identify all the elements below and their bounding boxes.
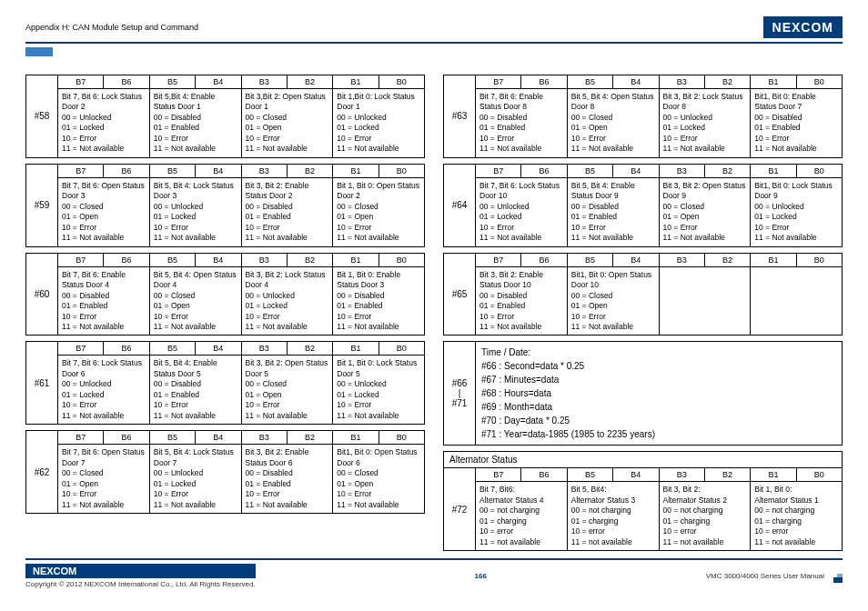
register-block: #63B7B6B5B4B3B2B1B0Bit 7, Bit 6: Enable … bbox=[443, 75, 843, 158]
bit-description-cell: Bit 3, Bit 2: Enable Status Door 1000 = … bbox=[476, 267, 568, 336]
header-title: Appendix H: CAN Module Setup and Command bbox=[25, 23, 198, 32]
bit-label: B0 bbox=[379, 165, 424, 177]
bit-label: B6 bbox=[521, 165, 567, 177]
bit-description-cell: Bit 5, Bit 4: Lock Status Door 700 = Unl… bbox=[150, 445, 242, 513]
bit-label: B3 bbox=[660, 468, 705, 481]
bit-label: B3 bbox=[242, 254, 288, 266]
bit-label: B5 bbox=[150, 254, 196, 266]
bit-header-row: B7B6B5B4B3B2B1B0 bbox=[476, 254, 842, 267]
register-block: #61B7B6B5B4B3B2B1B0Bit 7, Bit 6: Lock St… bbox=[25, 341, 425, 425]
bit-label: B1 bbox=[333, 254, 378, 266]
timedate-block: #66 | #71Time / Date:#66 : Second=data *… bbox=[443, 341, 843, 446]
bit-label: B7 bbox=[476, 165, 521, 177]
bit-header-row: B7B6B5B4B3B2B1B0 bbox=[58, 431, 424, 445]
bit-label: B0 bbox=[379, 75, 424, 88]
register-block: #60B7B6B5B4B3B2B1B0Bit 7, Bit 6: Enable … bbox=[25, 253, 425, 336]
bit-label: B2 bbox=[288, 431, 333, 444]
bit-label: B3 bbox=[242, 165, 288, 177]
bit-description-cell: Bit 5, Bit 4: Open Status Door 800 = Clo… bbox=[568, 89, 660, 157]
bit-header-row: B7B6B5B4B3B2B1B0 bbox=[476, 468, 842, 482]
bit-label: B1 bbox=[751, 165, 796, 177]
register-block: #62B7B6B5B4B3B2B1B0Bit 7, Bit 6: Open St… bbox=[25, 430, 425, 514]
bit-description-cell: Bit 5,Bit 4: Enable Status Door 100 = Di… bbox=[150, 89, 242, 157]
copyright-text: Copyright © 2012 NEXCOM International Co… bbox=[25, 580, 256, 588]
bit-label: B5 bbox=[568, 254, 613, 266]
register-id: #60 bbox=[26, 254, 58, 336]
bit-label: B2 bbox=[705, 468, 751, 481]
content-area: #58B7B6B5B4B3B2B1B0Bit 7, Bit 6: Lock St… bbox=[25, 75, 843, 551]
bit-label: B5 bbox=[568, 75, 613, 88]
bit-label: B2 bbox=[288, 254, 333, 266]
bit-description-cell: Bit 7, Bit 6: Open Status Door 300 = Clo… bbox=[58, 178, 150, 246]
bit-description-cell: Bit 7, Bit6:Alternator Status 400 = not … bbox=[476, 482, 568, 550]
bit-label: B7 bbox=[58, 342, 104, 355]
bit-label: B2 bbox=[288, 342, 333, 355]
corner-decoration bbox=[830, 570, 843, 583]
bit-description-cell: Bit 7, Bit 6: Enable Status Door 800 = D… bbox=[476, 89, 568, 157]
nexcom-logo: NEXCOM bbox=[763, 16, 843, 38]
bit-label: B0 bbox=[797, 75, 842, 88]
bit-description-cell: Bit 3, Bit 2: Lock Status Door 800 = Unl… bbox=[660, 89, 752, 157]
bit-label: B5 bbox=[150, 431, 196, 444]
register-block: #72B7B6B5B4B3B2B1B0Bit 7, Bit6:Alternato… bbox=[443, 467, 843, 551]
bit-label: B1 bbox=[333, 342, 378, 355]
page-number: 166 bbox=[475, 572, 487, 580]
bit-header-row: B7B6B5B4B3B2B1B0 bbox=[476, 165, 842, 178]
register-id: #63 bbox=[444, 75, 476, 157]
bit-description-cell: Bit 3, Bit 2:Alternator Status 200 = not… bbox=[660, 482, 752, 550]
bit-label: B6 bbox=[521, 468, 567, 481]
bit-header-row: B7B6B5B4B3B2B1B0 bbox=[58, 165, 424, 178]
timedate-body: Time / Date:#66 : Second=data * 0.25#67 … bbox=[476, 342, 842, 445]
register-block: #65B7B6B5B4B3B2B1B0Bit 3, Bit 2: Enable … bbox=[443, 253, 843, 336]
bit-label: B0 bbox=[797, 165, 842, 177]
bit-label: B4 bbox=[196, 75, 241, 88]
register-id: #64 bbox=[444, 165, 476, 246]
bit-label: B7 bbox=[58, 431, 104, 444]
bit-header-row: B7B6B5B4B3B2B1B0 bbox=[58, 342, 424, 356]
bit-description-cell: Bit 5, Bit 4: Enable Status Door 500 = D… bbox=[150, 356, 242, 424]
bit-label: B6 bbox=[521, 254, 567, 266]
register-id: #66 | #71 bbox=[444, 342, 476, 445]
bit-description-cell: Bit 1, Bit 0: Enable Status Door 300 = D… bbox=[333, 267, 424, 336]
bit-label: B2 bbox=[288, 75, 333, 88]
bit-description-cell: Bit1, Bit 0: Open Status Door 1000 = Clo… bbox=[568, 267, 660, 336]
bit-label: B4 bbox=[196, 342, 241, 355]
bit-description-cell: Bit1, Bit 0: Open Status Door 600 = Clos… bbox=[333, 445, 424, 513]
bit-header-row: B7B6B5B4B3B2B1B0 bbox=[58, 75, 424, 89]
bit-label: B4 bbox=[196, 165, 241, 177]
bit-label: B3 bbox=[660, 254, 705, 266]
bit-label: B2 bbox=[705, 75, 751, 88]
bit-label: B0 bbox=[379, 254, 424, 266]
page-footer: NEXCOM Copyright © 2012 NEXCOM Internati… bbox=[25, 558, 843, 588]
bit-label: B6 bbox=[104, 342, 149, 355]
bit-label: B3 bbox=[242, 431, 288, 444]
bit-label: B4 bbox=[196, 431, 241, 444]
register-id: #58 bbox=[26, 75, 58, 157]
blue-tab-decoration bbox=[25, 47, 53, 56]
bit-label: B6 bbox=[104, 75, 149, 88]
bit-label: B1 bbox=[333, 431, 378, 444]
bit-label: B7 bbox=[476, 468, 521, 481]
bit-label: B5 bbox=[568, 468, 613, 481]
bit-description-cell: Bit 3, Bit 2: Open Status Door 900 = Clo… bbox=[660, 178, 752, 246]
bit-description-cell: Bit 1,Bit 0: Lock Status Door 100 = Unlo… bbox=[333, 89, 424, 157]
bit-label: B4 bbox=[196, 254, 241, 266]
bit-description-cell: Bit 5, Bit 4: Open Status Door 400 = Clo… bbox=[150, 267, 242, 336]
register-id: #62 bbox=[26, 431, 58, 513]
bit-description-cell: Bit 1, Bit 0: Lock Status Door 500 = Unl… bbox=[333, 356, 424, 424]
alternator-title: Alternator Status bbox=[443, 451, 843, 467]
bit-label: B7 bbox=[58, 75, 104, 88]
bit-label: B4 bbox=[613, 75, 659, 88]
bit-description-cell: Bit 3, Bit 2: Enable Status Door 200 = D… bbox=[242, 178, 334, 246]
bit-label: B7 bbox=[58, 254, 104, 266]
bit-label: B0 bbox=[379, 431, 424, 444]
bit-label: B0 bbox=[797, 468, 842, 481]
bit-label: B3 bbox=[660, 165, 705, 177]
bit-label: B2 bbox=[705, 165, 751, 177]
bit-label: B4 bbox=[613, 254, 659, 266]
bit-description-cell: Bit 5, Bit 4: Enable Status Door 900 = D… bbox=[568, 178, 660, 246]
bit-label: B6 bbox=[104, 165, 149, 177]
bit-label: B2 bbox=[288, 165, 333, 177]
bit-label: B1 bbox=[333, 165, 378, 177]
bit-description-cell: Bit 7, Bit 6: Open Status Door 700 = Clo… bbox=[58, 445, 150, 513]
